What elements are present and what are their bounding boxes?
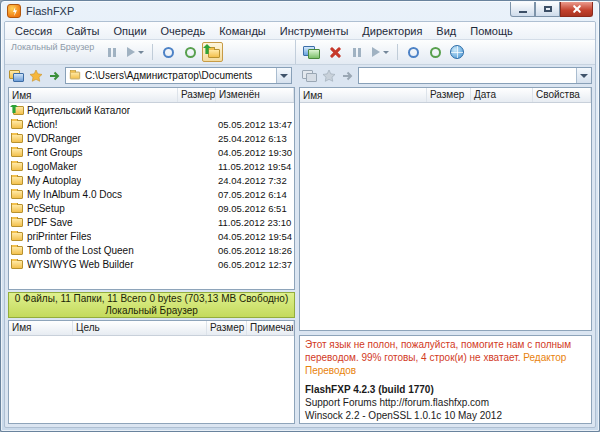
file-row[interactable]: Tomb of the Lost Queen 06.05.2012 18:26 <box>9 243 294 257</box>
file-row[interactable]: priPrinter Files 04.05.2012 19:54 <box>9 229 294 243</box>
column-header-size[interactable]: Размер <box>427 88 471 102</box>
menu-queue[interactable]: Очередь <box>154 24 213 38</box>
menu-help[interactable]: Помощь <box>463 24 520 38</box>
column-header-name[interactable]: Имя <box>300 88 427 102</box>
file-row[interactable]: Action! 05.05.2012 13:47 <box>9 117 294 131</box>
play-icon <box>127 47 135 57</box>
file-row[interactable]: PDF Save 11.05.2012 23:10 <box>9 215 294 229</box>
file-name: Font Groups <box>27 147 83 158</box>
web-browser-button[interactable] <box>447 42 467 62</box>
remote-path-bar <box>297 67 592 84</box>
file-row[interactable]: PcSetup 09.05.2012 6:51 <box>9 201 294 215</box>
abort-button[interactable] <box>325 42 345 62</box>
local-favorites-button[interactable] <box>27 67 44 84</box>
local-browser-label: Локальный Браузер <box>11 42 94 52</box>
local-refresh-button[interactable] <box>158 42 178 62</box>
queue-header: Имя Цель Размер Примечание <box>9 321 294 336</box>
local-browser-toggle-button[interactable] <box>202 42 223 62</box>
file-modified: 04.05.2012 19:54 <box>216 231 294 242</box>
local-list-header: Имя Размер Изменён <box>9 88 294 103</box>
column-header-props[interactable]: Свойства <box>533 88 591 102</box>
remote-path-combo[interactable] <box>358 67 592 84</box>
local-path-dropdown-button[interactable] <box>276 68 291 83</box>
remote-path-dropdown-button[interactable] <box>576 68 591 83</box>
remote-toolbar <box>296 40 595 64</box>
remote-file-list: Имя Размер Дата Свойства <box>299 87 592 331</box>
chevron-down-icon <box>138 51 144 54</box>
local-path-combo[interactable]: C:\Users\Администратор\Documents <box>65 67 292 84</box>
local-folders-button[interactable] <box>8 67 25 84</box>
local-go-button[interactable] <box>46 67 63 84</box>
support-forum-link[interactable]: http://forum.flashfxp.com <box>379 397 489 408</box>
file-modified: 06.05.2012 12:37 <box>216 259 294 270</box>
remote-pause-button[interactable] <box>347 42 367 62</box>
log-panel: Этот язык не полон, пожалуйста, помогите… <box>299 335 592 424</box>
remote-favorites-button[interactable] <box>320 67 337 84</box>
folder-icon <box>11 162 23 171</box>
folder-icon <box>11 190 23 199</box>
menu-options[interactable]: Опции <box>106 24 153 38</box>
remote-transfer-button[interactable] <box>369 42 392 62</box>
menu-session[interactable]: Сессия <box>8 24 59 38</box>
file-row[interactable]: WYSIWYG Web Builder 06.05.2012 12:37 <box>9 257 294 271</box>
file-row[interactable]: LogoMaker 11.05.2012 19:54 <box>9 159 294 173</box>
file-modified: 25.04.2012 6:13 <box>216 133 294 144</box>
column-header-size[interactable]: Размер <box>178 88 216 102</box>
go-arrow-icon <box>342 71 354 81</box>
folder-icon <box>11 246 23 255</box>
parent-directory-row[interactable]: Родительский Каталог <box>9 103 294 117</box>
file-name: PDF Save <box>27 217 73 228</box>
remote-sync-button[interactable] <box>425 42 445 62</box>
menu-view[interactable]: Вид <box>429 24 463 38</box>
maximize-icon <box>544 6 552 12</box>
toolbar-separator <box>397 44 398 60</box>
status-summary: 0 Файлы, 11 Папки, 11 Всего 0 bytes (703… <box>9 293 294 305</box>
menu-sites[interactable]: Сайты <box>59 24 106 38</box>
column-header-modified[interactable]: Изменён <box>216 88 294 102</box>
local-pause-button[interactable] <box>102 42 122 62</box>
local-path-bar: C:\Users\Администратор\Documents <box>8 67 297 84</box>
pause-icon <box>108 48 116 57</box>
close-button[interactable] <box>560 2 593 17</box>
file-name: WYSIWYG Web Builder <box>27 259 134 270</box>
main-panels: Имя Размер Изменён Родительский Катало <box>5 86 595 427</box>
menu-commands[interactable]: Команды <box>212 24 273 38</box>
support-line: Support Forums http://forum.flashfxp.com <box>305 396 586 409</box>
title-bar[interactable]: FlashFXP <box>4 1 596 21</box>
file-row[interactable]: DVDRanger 25.04.2012 6:13 <box>9 131 294 145</box>
folder-icon <box>11 260 23 269</box>
column-header-name[interactable]: Имя <box>9 88 178 102</box>
menu-bar: Сессия Сайты Опции Очередь Команды Инстр… <box>5 22 595 40</box>
remote-connect-button[interactable] <box>300 42 323 62</box>
minimize-button[interactable] <box>510 2 535 17</box>
local-file-list-body: Родительский Каталог Action! 05.05.2012 … <box>9 103 294 289</box>
file-row[interactable]: Font Groups 04.05.2012 19:30 <box>9 145 294 159</box>
menu-tools[interactable]: Инструменты <box>273 24 356 38</box>
remote-folders-button[interactable] <box>301 67 318 84</box>
file-row[interactable]: My Autoplay 24.04.2012 7:32 <box>9 173 294 187</box>
minimize-icon <box>519 11 527 13</box>
column-header-date[interactable]: Дата <box>471 88 533 102</box>
sync-icon <box>185 47 196 58</box>
folder-icon <box>11 232 23 241</box>
menu-directory[interactable]: Директория <box>355 24 429 38</box>
folder-up-icon <box>205 46 220 58</box>
support-label: Support Forums <box>305 397 377 408</box>
queue-column-note[interactable]: Примечание <box>247 321 294 335</box>
maximize-button[interactable] <box>535 2 560 17</box>
local-transfer-button[interactable] <box>124 42 147 62</box>
star-icon <box>30 70 42 82</box>
close-icon <box>572 4 582 14</box>
winsock-line: Winsock 2.2 - OpenSSL 1.0.1c 10 May 2012 <box>305 409 586 422</box>
remote-go-button[interactable] <box>339 67 356 84</box>
window-controls <box>510 2 593 17</box>
file-modified: 04.05.2012 19:30 <box>216 147 294 158</box>
queue-column-target[interactable]: Цель <box>73 321 207 335</box>
folder-icon <box>11 120 23 129</box>
queue-column-name[interactable]: Имя <box>9 321 73 335</box>
local-sync-button[interactable] <box>180 42 200 62</box>
file-row[interactable]: My InAlbum 4.0 Docs 07.05.2012 6:14 <box>9 187 294 201</box>
local-path-text: C:\Users\Администратор\Documents <box>82 70 276 81</box>
remote-refresh-button[interactable] <box>403 42 423 62</box>
queue-column-size[interactable]: Размер <box>207 321 247 335</box>
